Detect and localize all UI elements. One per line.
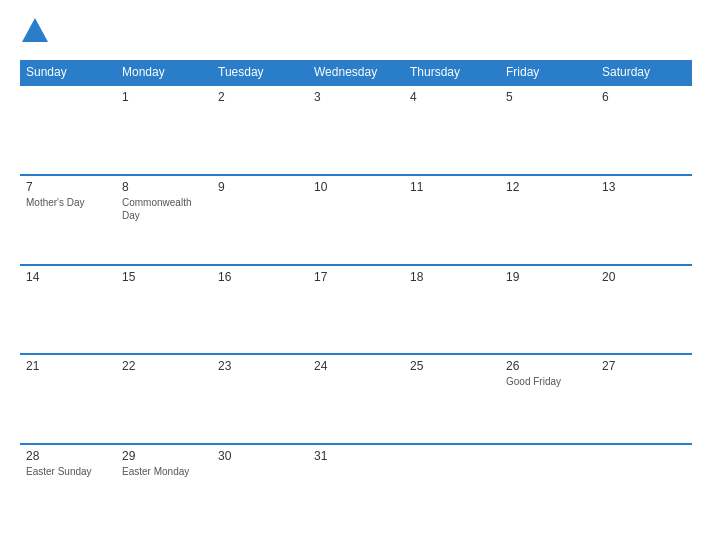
day-number: 21 [26, 359, 110, 373]
calendar-cell: 22 [116, 354, 212, 444]
event-label: Easter Sunday [26, 465, 110, 478]
calendar-cell: 28Easter Sunday [20, 444, 116, 534]
day-number: 7 [26, 180, 110, 194]
calendar-cell: 21 [20, 354, 116, 444]
event-label: Mother's Day [26, 196, 110, 209]
weekday-header-thursday: Thursday [404, 60, 500, 85]
day-number: 26 [506, 359, 590, 373]
day-number: 27 [602, 359, 686, 373]
weekday-header-tuesday: Tuesday [212, 60, 308, 85]
calendar-cell: 31 [308, 444, 404, 534]
event-label: Commonwealth Day [122, 196, 206, 222]
day-number: 20 [602, 270, 686, 284]
calendar-cell: 10 [308, 175, 404, 265]
calendar-cell: 20 [596, 265, 692, 355]
weekday-header-wednesday: Wednesday [308, 60, 404, 85]
calendar-cell: 30 [212, 444, 308, 534]
day-number: 13 [602, 180, 686, 194]
day-number: 10 [314, 180, 398, 194]
calendar-body: 1234567Mother's Day8Commonwealth Day9101… [20, 85, 692, 534]
calendar-cell: 27 [596, 354, 692, 444]
day-number: 15 [122, 270, 206, 284]
calendar-cell: 2 [212, 85, 308, 175]
weekday-header-friday: Friday [500, 60, 596, 85]
logo [20, 16, 54, 50]
calendar-cell: 3 [308, 85, 404, 175]
day-number: 28 [26, 449, 110, 463]
calendar-cell: 18 [404, 265, 500, 355]
day-number: 5 [506, 90, 590, 104]
svg-marker-0 [22, 18, 48, 42]
day-number: 1 [122, 90, 206, 104]
page-header [20, 16, 692, 50]
week-row-4: 28Easter Sunday29Easter Monday3031 [20, 444, 692, 534]
day-number: 25 [410, 359, 494, 373]
day-number: 23 [218, 359, 302, 373]
calendar-cell: 4 [404, 85, 500, 175]
calendar-cell: 7Mother's Day [20, 175, 116, 265]
calendar-cell: 29Easter Monday [116, 444, 212, 534]
day-number: 8 [122, 180, 206, 194]
calendar-cell: 9 [212, 175, 308, 265]
day-number: 31 [314, 449, 398, 463]
calendar-cell: 23 [212, 354, 308, 444]
calendar-cell: 25 [404, 354, 500, 444]
calendar-cell: 26Good Friday [500, 354, 596, 444]
calendar-cell: 6 [596, 85, 692, 175]
logo-icon [20, 16, 50, 50]
calendar-cell [596, 444, 692, 534]
day-number: 19 [506, 270, 590, 284]
event-label: Easter Monday [122, 465, 206, 478]
day-number: 3 [314, 90, 398, 104]
week-row-0: 123456 [20, 85, 692, 175]
day-number: 18 [410, 270, 494, 284]
day-number: 17 [314, 270, 398, 284]
day-number: 11 [410, 180, 494, 194]
day-number: 30 [218, 449, 302, 463]
calendar-cell: 16 [212, 265, 308, 355]
day-number: 2 [218, 90, 302, 104]
weekday-row: SundayMondayTuesdayWednesdayThursdayFrid… [20, 60, 692, 85]
calendar-cell [20, 85, 116, 175]
day-number: 9 [218, 180, 302, 194]
calendar-cell: 24 [308, 354, 404, 444]
weekday-header-sunday: Sunday [20, 60, 116, 85]
calendar-cell: 19 [500, 265, 596, 355]
calendar-cell: 17 [308, 265, 404, 355]
day-number: 29 [122, 449, 206, 463]
week-row-3: 212223242526Good Friday27 [20, 354, 692, 444]
day-number: 24 [314, 359, 398, 373]
weekday-header-monday: Monday [116, 60, 212, 85]
calendar-cell: 15 [116, 265, 212, 355]
calendar-cell: 14 [20, 265, 116, 355]
day-number: 22 [122, 359, 206, 373]
calendar-cell: 12 [500, 175, 596, 265]
week-row-2: 14151617181920 [20, 265, 692, 355]
calendar-cell: 13 [596, 175, 692, 265]
calendar-cell [500, 444, 596, 534]
day-number: 4 [410, 90, 494, 104]
calendar-cell: 11 [404, 175, 500, 265]
calendar-cell [404, 444, 500, 534]
day-number: 14 [26, 270, 110, 284]
day-number: 6 [602, 90, 686, 104]
calendar-cell: 5 [500, 85, 596, 175]
day-number: 12 [506, 180, 590, 194]
week-row-1: 7Mother's Day8Commonwealth Day910111213 [20, 175, 692, 265]
calendar-cell: 1 [116, 85, 212, 175]
calendar-cell: 8Commonwealth Day [116, 175, 212, 265]
day-number: 16 [218, 270, 302, 284]
calendar-header: SundayMondayTuesdayWednesdayThursdayFrid… [20, 60, 692, 85]
weekday-header-saturday: Saturday [596, 60, 692, 85]
event-label: Good Friday [506, 375, 590, 388]
calendar-table: SundayMondayTuesdayWednesdayThursdayFrid… [20, 60, 692, 534]
